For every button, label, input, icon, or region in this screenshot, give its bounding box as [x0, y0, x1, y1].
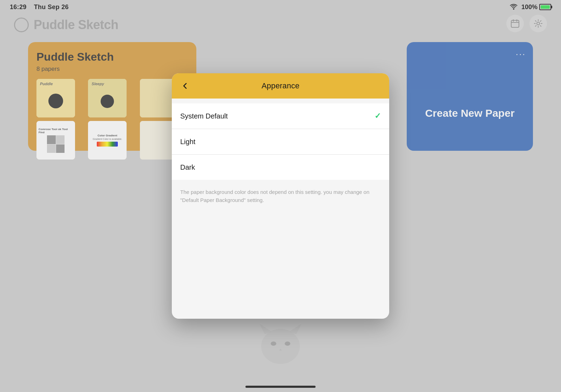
appearance-modal: Apperance System Default ✓ Light Dark: [172, 73, 389, 319]
option-light[interactable]: Light: [172, 129, 389, 154]
back-chevron-icon: [181, 82, 189, 90]
option-dark[interactable]: Dark: [172, 155, 389, 180]
checkmark-icon: ✓: [374, 111, 381, 121]
modal-title: Apperance: [262, 81, 299, 90]
modal-options-list: System Default ✓ Light Dark: [172, 103, 389, 180]
modal-overlay: Apperance System Default ✓ Light Dark: [0, 0, 561, 392]
modal-footer: The paper background color does not depe…: [172, 180, 389, 212]
modal-note-text: The paper background color does not depe…: [180, 188, 381, 204]
modal-back-button[interactable]: [179, 80, 191, 92]
home-indicator: [245, 386, 316, 388]
option-system-default-label: System Default: [180, 112, 228, 120]
modal-section-spacer: [172, 99, 389, 103]
option-light-label: Light: [180, 138, 195, 146]
modal-header: Apperance: [172, 73, 389, 99]
option-dark-label: Dark: [180, 163, 195, 171]
option-system-default[interactable]: System Default ✓: [172, 103, 389, 129]
